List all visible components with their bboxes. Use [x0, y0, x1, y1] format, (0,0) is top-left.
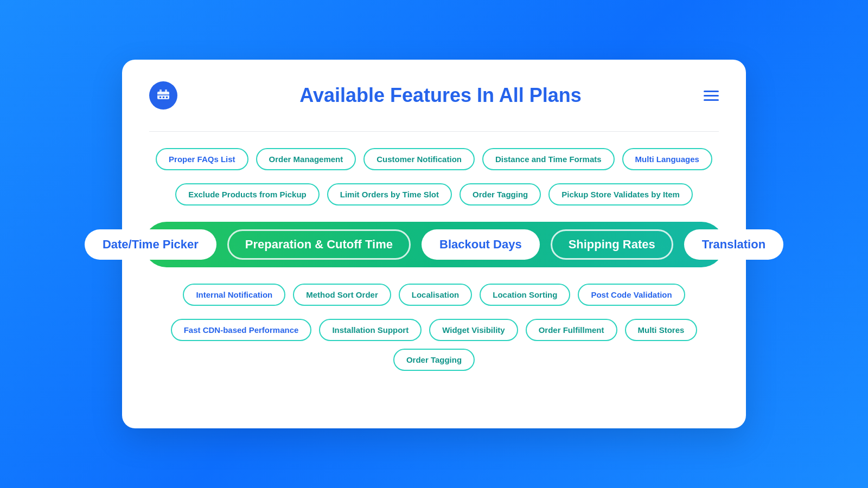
tag-order-tagging-row2[interactable]: Order Tagging [459, 183, 541, 206]
banner-tag-translation[interactable]: Translation [684, 229, 783, 260]
feature-row-3: Internal Notification Method Sort Order … [149, 284, 719, 306]
tag-pickup-store[interactable]: Pickup Store Validates by Item [548, 183, 693, 206]
tag-method-sort-order[interactable]: Method Sort Order [293, 284, 391, 306]
page-title: Available Features In All Plans [177, 84, 704, 107]
svg-rect-4 [159, 97, 161, 98]
featured-banner: Date/Time Picker Preparation & Cutoff Ti… [144, 222, 724, 267]
main-card: Available Features In All Plans Proper F… [122, 60, 746, 428]
feature-row-2: Exclude Products from Pickup Limit Order… [149, 183, 719, 206]
feature-row-1: Proper FAQs List Order Management Custom… [149, 148, 719, 170]
app-logo [149, 81, 177, 110]
banner-tag-shipping[interactable]: Shipping Rates [551, 229, 673, 260]
tag-distance-time-formats[interactable]: Distance and Time Formats [482, 148, 615, 170]
tag-localisation[interactable]: Localisation [399, 284, 473, 306]
svg-rect-5 [163, 97, 164, 98]
tag-exclude-products[interactable]: Exclude Products from Pickup [175, 183, 320, 206]
tag-customer-notification[interactable]: Customer Notification [363, 148, 475, 170]
tag-post-code-validation[interactable]: Post Code Validation [578, 284, 685, 306]
tag-internal-notification[interactable]: Internal Notification [183, 284, 285, 306]
svg-rect-1 [159, 89, 162, 93]
tag-order-tagging-row4[interactable]: Order Tagging [393, 349, 475, 371]
tag-order-fulfillment[interactable]: Order Fulfillment [526, 319, 617, 341]
tag-multi-stores[interactable]: Multi Stores [625, 319, 698, 341]
tag-proper-faqs-list[interactable]: Proper FAQs List [156, 148, 248, 170]
banner-tag-preparation[interactable]: Preparation & Cutoff Time [227, 229, 411, 260]
tag-fast-cdn[interactable]: Fast CDN-based Performance [171, 319, 312, 341]
svg-rect-6 [166, 97, 168, 98]
tag-location-sorting[interactable]: Location Sorting [480, 284, 570, 306]
banner-tag-blackout[interactable]: Blackout Days [422, 229, 540, 260]
tag-widget-visibility[interactable]: Widget Visibility [429, 319, 518, 341]
tag-multi-languages[interactable]: Multi Languages [622, 148, 712, 170]
menu-icon[interactable] [704, 91, 719, 101]
svg-rect-2 [165, 89, 167, 93]
header-divider [149, 131, 719, 132]
tag-limit-orders[interactable]: Limit Orders by Time Slot [327, 183, 452, 206]
tag-installation-support[interactable]: Installation Support [319, 319, 422, 341]
tag-order-management[interactable]: Order Management [256, 148, 356, 170]
card-header: Available Features In All Plans [149, 81, 719, 110]
banner-tag-datetime[interactable]: Date/Time Picker [85, 229, 216, 260]
feature-row-4: Fast CDN-based Performance Installation … [149, 319, 719, 371]
